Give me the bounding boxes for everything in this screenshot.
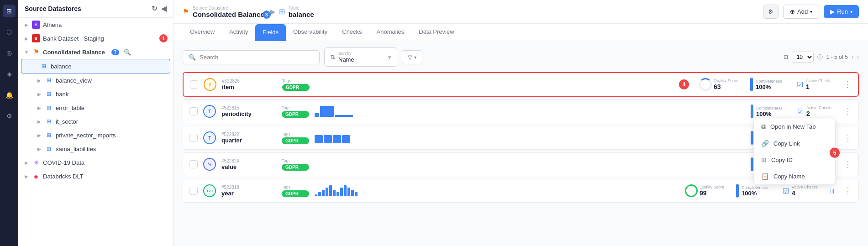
bar [318,192,321,197]
tab-observability[interactable]: Observability [286,24,335,41]
search-box[interactable]: 🔍 [183,50,320,64]
completeness-section: Completeness 100% [736,184,777,198]
sidebar-item-balance[interactable]: ⊞ balance [21,59,170,73]
settings-button[interactable]: ⚙ [763,5,779,19]
sidebar-item-athena[interactable]: ▶ A Athena [18,18,173,31]
active-check-section: ☑ Active Checks 4 [783,185,824,197]
field-id: #522824 [221,158,276,163]
chart-block [342,135,350,143]
field-info: #522815 periodicity [221,105,276,117]
link-icon: 🔗 [761,140,769,147]
chevron-right-icon: ▶ [24,22,29,27]
chart-block [315,135,323,143]
filter-button[interactable]: ▽ ▾ [402,50,422,64]
tab-activity[interactable]: Activity [222,24,255,41]
bar [347,188,350,196]
databricks-label: Databricks DLT [43,173,84,180]
chart-block [324,135,332,143]
tags-section: Tags GDPR [282,105,309,118]
collapse-icon[interactable]: ◀ [161,5,167,13]
nav-search[interactable]: ◎ [3,47,16,59]
completeness-section: Completeness 100% [750,78,791,91]
sidebar-item-consolidated-balance[interactable]: ▼ ⚑ Consolidated Balance 7 🔍 [18,45,173,59]
sidebar-item-sama-liabilities[interactable]: ▶ ⊞ sama_liabilities [18,142,173,156]
tags-section: Tags GDPR [282,158,309,171]
bar [326,188,328,196]
sidebar-item-it-sector[interactable]: ▶ ⊞ it_sector [18,115,173,128]
completeness-label: Completeness [742,185,768,190]
sidebar-item-private-sector[interactable]: ▶ ⊞ private_sector_imports [18,128,173,142]
context-copy-link[interactable]: 🔗 Copy Link [754,135,835,152]
tags-section: Tags GDPR [282,185,309,197]
nav-datastores[interactable]: ⊞ [3,5,16,17]
table-name: balance [289,10,314,18]
tab-checks[interactable]: Checks [335,24,369,41]
add-button[interactable]: ⊕ Add ▾ [783,5,819,19]
tab-fields[interactable]: Fields [255,24,286,41]
sidebar-tree: ▶ A Athena ▶ B Bank Dataset - Staging 1 … [18,18,173,246]
copy-name-icon: 📋 [761,173,769,180]
check-icon: ☑ [797,107,804,116]
nav-network[interactable]: ⬡ [3,26,16,38]
row-menu-button[interactable]: ⋮ [844,106,852,116]
field-id: #522818 [221,185,276,190]
bar [351,190,354,196]
field-name: quarter [221,137,276,144]
quality-ring [699,78,712,91]
covid-label: COVID-19 Data [43,159,84,166]
active-check-label: Active Check [806,79,830,83]
pagination-next-icon[interactable]: › [857,54,859,60]
it-sector-label: it_sector [56,118,78,125]
error-table-label: error_table [56,105,84,111]
row-checkbox[interactable] [189,160,198,168]
sidebar-item-error-table[interactable]: ▶ ⊞ error_table [18,101,173,115]
tab-anomalies[interactable]: Anomalies [369,24,412,41]
field-info: #522818 year [221,185,276,197]
columns-icon[interactable]: ⊡ [784,54,788,60]
bar [315,113,319,117]
page-size-select[interactable]: 10 25 50 [792,52,814,63]
context-copy-id[interactable]: ⊞ Copy ID 5 [754,152,835,168]
tab-data-preview[interactable]: Data Preview [411,24,461,41]
field-type-icon: T [203,131,216,144]
bar [315,194,317,197]
row-checkbox[interactable] [189,107,198,115]
filter-bar-right: ⊡ 10 25 50 ⓘ 1 - 5 of 5 ‹ › [784,52,859,63]
pagination-prev-icon[interactable]: ‹ [852,54,853,60]
row-checkbox[interactable] [189,134,198,142]
search-icon[interactable]: 🔍 [124,49,131,56]
row-checkbox[interactable] [190,80,198,89]
copy-id-icon: ⊞ [761,156,767,163]
nav-bell[interactable]: 🔔 [3,89,16,101]
chevron-down-icon: ▼ [24,50,29,55]
refresh-icon[interactable]: ↻ [152,5,158,13]
sparkline-icon: ⫼ [829,187,836,194]
row-menu-button[interactable]: ⋮ [844,159,852,169]
run-button[interactable]: ▶ Run ▾ [824,5,859,18]
bar [340,188,343,196]
fields-table: # #522826 item Tags GDPR 4 [183,72,859,203]
search-input[interactable] [200,54,314,61]
nav-tags[interactable]: ◈ [3,68,16,80]
row-checkbox[interactable] [189,187,198,195]
sort-chevron-icon: ▾ [388,54,391,61]
context-copy-name[interactable]: 📋 Copy Name [754,168,835,184]
row-menu-button[interactable]: ⋮ [843,79,852,89]
row-menu-button[interactable]: ⋮ [844,133,852,143]
completeness-fill [751,105,753,118]
row-menu-button[interactable]: ⋮ [844,186,852,196]
sidebar-item-balance-view[interactable]: ▶ ⊞ balance_view [18,73,173,87]
context-open-new-tab[interactable]: ⧉ Open in New Tab [754,118,835,135]
field-name: year [221,190,276,197]
sidebar-title: Source Datastores [25,5,81,12]
sidebar-item-covid[interactable]: ▶ ✳ COVID-19 Data [18,156,173,169]
quality-section: Quality Score 99 [685,184,731,197]
tab-overview[interactable]: Overview [183,24,222,41]
sidebar-item-bank-table[interactable]: ▶ ⊞ bank [18,87,173,101]
nav-settings[interactable]: ⚙ [3,110,16,122]
sidebar-item-bank-dataset[interactable]: ▶ B Bank Dataset - Staging 1 [18,31,173,45]
field-type-icon: # [204,78,216,91]
sidebar-item-databricks[interactable]: ▶ ◈ Databricks DLT [18,169,173,183]
sort-dropdown[interactable]: ⇅ Sort by Name ▾ [324,47,397,67]
table-row: T #522822 quarter Tags GDPR [183,126,859,150]
